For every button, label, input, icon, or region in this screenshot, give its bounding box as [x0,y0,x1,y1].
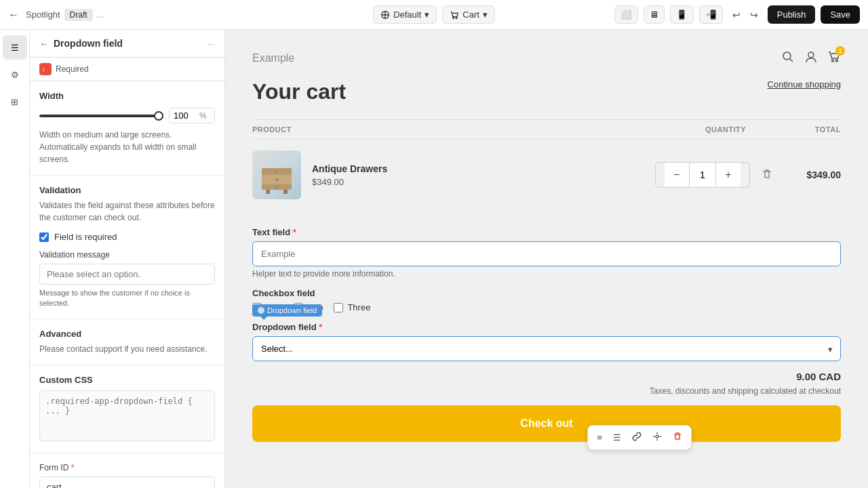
panel-header: ← Dropdown field ··· [30,30,224,58]
floating-toolbar: ≡ ☰ [587,425,692,450]
sidebar-item-settings[interactable]: ⚙ [3,62,27,87]
form-id-section: Form ID * [30,453,224,488]
align-justify-btn[interactable]: ☰ [608,428,626,447]
remove-item-btn[interactable] [761,168,773,182]
width-control: % [39,108,215,123]
quantity-decrease-btn[interactable]: − [665,163,689,187]
svg-point-14 [275,186,278,188]
cart-summary: 9.00 CAD Taxes, discounts and shipping c… [252,371,841,396]
cart-table-header: PRODUCT QUANTITY TOTAL [252,119,841,140]
panel-more-btn[interactable]: ··· [208,39,215,49]
custom-css-textarea[interactable] [39,390,215,441]
checkbox-options: One Two Three [252,302,841,312]
product-thumbnail [252,150,301,199]
product-price: $349.00 [312,177,655,187]
item-total: $349.00 [773,169,841,180]
devices-icon[interactable]: ⬜ [614,5,638,24]
breadcrumb: Spotlight Draft ... [26,9,104,21]
required-badge: ! Required [30,58,224,81]
width-desc: Width on medium and large screens. Autom… [39,129,215,165]
required-star: * [71,463,75,472]
quantity-control: − + [655,162,750,188]
chevron-down-icon: ▾ [425,9,429,20]
validation-message-label: Validation message [39,250,215,260]
svg-point-13 [275,178,278,181]
delete-toolbar-btn[interactable] [668,428,687,447]
link-btn[interactable] [627,428,646,447]
undo-redo-group: ↩ ↪ [728,7,762,23]
col-total-header: TOTAL [773,125,841,134]
width-unit: % [199,111,207,121]
search-icon[interactable] [781,50,795,66]
field-required-checkbox[interactable] [39,232,49,242]
checkbox-three[interactable] [334,303,343,312]
tablet-icon[interactable]: 📱 [670,5,694,24]
cart-selector[interactable]: Cart ▾ [442,5,495,24]
product-name: Antique Drawers [312,163,655,174]
preview-area: Example 1 Your cart Continue shopping PR… [225,30,868,488]
save-button[interactable]: Save [821,5,860,24]
sidebar-item-pages[interactable]: ☰ [3,35,27,60]
checkout-button[interactable]: Check out [252,405,841,442]
width-section: Width % Width on medium and large screen… [30,81,224,176]
viewport-selector[interactable]: Default ▾ [373,5,437,24]
svg-point-12 [275,170,278,173]
store-icons: 1 [781,50,841,66]
summary-note: Taxes, discounts and shipping calculated… [650,386,841,396]
chevron-down-icon: ▾ [483,9,488,20]
more-options-btn[interactable]: ... [97,9,104,20]
text-field-label: Text field * [252,227,841,237]
quantity-increase-btn[interactable]: + [716,163,741,187]
advanced-title: Advanced [39,329,215,339]
panel-back-btn[interactable]: ← [39,39,48,49]
product-image [252,150,301,199]
mobile-icon[interactable]: 📲 [699,5,723,24]
desktop-icon[interactable]: 🖥 [644,5,665,24]
text-field-input[interactable] [252,241,841,266]
cart-badge: 1 [835,46,845,56]
sidebar-item-apps[interactable]: ⊞ [3,89,27,114]
topbar-center: Default ▾ Cart ▾ [373,5,495,24]
required-icon: ! [39,63,52,75]
continue-shopping-link[interactable]: Continue shopping [768,79,841,89]
advanced-section: Advanced Please contact support if you n… [30,319,224,365]
svg-point-4 [783,52,791,60]
svg-point-7 [836,60,838,62]
publish-button[interactable]: Publish [768,5,816,24]
store-header: Example 1 [252,50,841,66]
main-layout: ☰ ⚙ ⊞ ← Dropdown field ··· ! Required Wi… [0,30,868,488]
align-left-btn[interactable]: ≡ [592,428,607,447]
dropdown-select[interactable]: Select... [252,336,841,361]
checkbox-field-label: Checkbox field [252,288,841,298]
back-icon[interactable]: ← [8,9,19,21]
quantity-input[interactable] [689,163,716,187]
topbar-right: ⬜ 🖥 📱 📲 ↩ ↪ Publish Save [503,5,860,24]
status-badge[interactable]: Draft [64,9,93,21]
custom-css-section: Custom CSS [30,365,224,453]
text-field-group: Text field * Helper text to provide more… [252,227,841,279]
form-id-input[interactable] [39,476,215,488]
account-icon[interactable] [804,50,818,66]
field-required-label: Field is required [54,232,117,242]
cart-icon[interactable]: 1 [827,50,841,66]
svg-text:!: ! [43,66,45,73]
svg-rect-15 [266,190,270,194]
validation-desc: Validates the field against these attrib… [39,199,215,224]
settings2-btn[interactable] [648,428,667,447]
cart-item: Antique Drawers $349.00 − + $349.00 [252,140,841,211]
custom-fields: Text field * Helper text to provide more… [252,227,841,442]
sidebar-icons: ☰ ⚙ ⊞ [0,30,30,488]
settings-panel: ← Dropdown field ··· ! Required Width % … [30,30,225,488]
text-field-helper: Helper text to provide more information. [252,269,841,279]
dropdown-tooltip: Dropdown field [252,304,322,317]
dropdown-select-wrap: Select... ▾ [252,336,841,361]
validation-message-input[interactable] [39,264,215,285]
redo-btn[interactable]: ↪ [746,7,762,23]
width-input[interactable] [174,110,198,121]
dropdown-field-group: Dropdown field Dropdown field * Select..… [252,322,841,361]
dropdown-label: Dropdown field * [252,322,841,332]
panel-header-left: ← Dropdown field [39,38,123,49]
width-slider[interactable] [39,115,163,117]
panel-title: Dropdown field [54,38,123,49]
undo-btn[interactable]: ↩ [728,7,745,23]
